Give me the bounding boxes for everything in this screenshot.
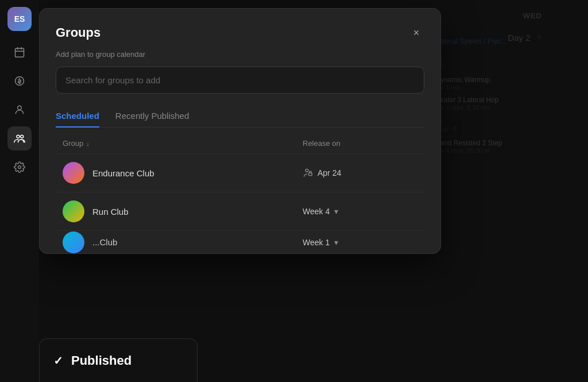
avatar[interactable]: ES bbox=[7, 7, 32, 31]
week-value: Week 4 bbox=[303, 207, 330, 216]
svg-point-10 bbox=[18, 166, 21, 169]
group-row-third[interactable]: ...Club Week 1 ▾ bbox=[56, 230, 424, 253]
sidebar-item-groups[interactable] bbox=[7, 126, 32, 151]
sidebar-item-settings[interactable] bbox=[7, 155, 32, 179]
sort-icon: ↓ bbox=[86, 140, 90, 147]
col-group-header: Group ↓ bbox=[63, 139, 303, 148]
tabs: Scheduled Recently Published bbox=[56, 105, 424, 128]
svg-rect-0 bbox=[16, 48, 24, 57]
third-release: Week 1 ▾ bbox=[303, 238, 417, 247]
published-toast: ✓ Published bbox=[39, 338, 198, 382]
check-icon: ✓ bbox=[53, 354, 63, 368]
close-button[interactable]: × bbox=[408, 25, 424, 41]
svg-point-9 bbox=[21, 135, 24, 138]
third-club-name: ...Club bbox=[92, 237, 303, 247]
tab-recently-published[interactable]: Recently Published bbox=[115, 105, 189, 128]
third-avatar bbox=[63, 231, 84, 253]
col-release-header: Release on bbox=[303, 139, 417, 148]
main-content: WED Day 2 + Movement Q... ⋮ Warmup Plank… bbox=[39, 0, 588, 382]
tab-scheduled[interactable]: Scheduled bbox=[56, 105, 99, 128]
modal-subtitle: Add plan to group calendar bbox=[56, 50, 424, 59]
svg-point-11 bbox=[305, 169, 308, 172]
run-avatar bbox=[63, 200, 84, 222]
svg-rect-12 bbox=[309, 172, 312, 175]
week-value-third: Week 1 bbox=[303, 238, 330, 247]
sidebar: ES bbox=[0, 0, 39, 382]
sidebar-item-profile[interactable] bbox=[7, 98, 32, 122]
chevron-down-icon-third[interactable]: ▾ bbox=[334, 238, 338, 247]
groups-modal: Groups × Add plan to group calendar Sche… bbox=[39, 8, 441, 254]
group-row-run[interactable]: Run Club Week 4 ▾ bbox=[56, 192, 424, 230]
svg-point-7 bbox=[18, 106, 22, 110]
search-input[interactable] bbox=[56, 67, 424, 94]
group-row-endurance[interactable]: Endurance Club Apr 24 bbox=[56, 153, 424, 192]
endurance-release: Apr 24 bbox=[303, 168, 417, 179]
table-header: Group ↓ Release on bbox=[56, 139, 424, 153]
modal-title: Groups bbox=[56, 25, 100, 40]
lock-person-icon bbox=[303, 168, 313, 179]
run-release: Week 4 ▾ bbox=[303, 207, 417, 216]
endurance-avatar bbox=[63, 162, 84, 184]
chevron-down-icon[interactable]: ▾ bbox=[334, 207, 338, 216]
endurance-club-name: Endurance Club bbox=[92, 168, 303, 178]
published-label: Published bbox=[71, 353, 131, 368]
svg-point-8 bbox=[17, 135, 20, 138]
search-wrap bbox=[56, 67, 424, 94]
run-club-name: Run Club bbox=[92, 207, 303, 217]
modal-header: Groups × bbox=[56, 25, 424, 41]
sidebar-item-calendar[interactable] bbox=[7, 40, 32, 64]
sidebar-item-billing[interactable] bbox=[7, 69, 32, 93]
